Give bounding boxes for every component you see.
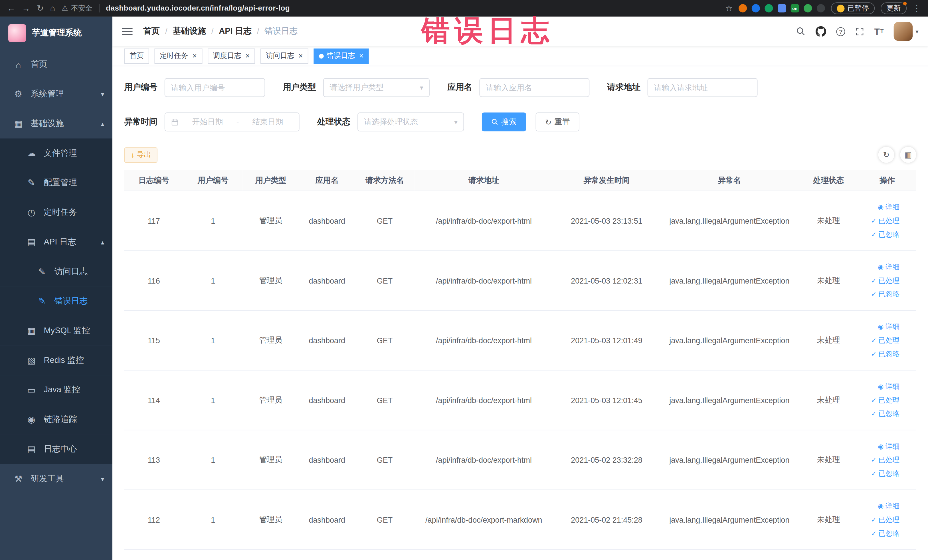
ignored-action[interactable]: ✓已忽略 <box>871 409 899 419</box>
action-label: 已忽略 <box>878 289 900 299</box>
browser-menu-icon[interactable]: ⋮ <box>913 4 921 12</box>
close-icon[interactable]: × <box>359 52 364 60</box>
close-icon[interactable]: × <box>192 52 197 60</box>
tab-label: 错误日志 <box>327 51 355 61</box>
extension-icon[interactable] <box>804 4 812 12</box>
check-icon: ✓ <box>871 410 876 418</box>
extension-icon[interactable] <box>739 4 747 12</box>
paused-button[interactable]: 已暂停 <box>831 2 875 14</box>
processed-action[interactable]: ✓已处理 <box>871 335 899 345</box>
processed-action[interactable]: ✓已处理 <box>871 276 899 285</box>
fullscreen-icon[interactable] <box>855 27 864 36</box>
logo-image <box>8 24 26 42</box>
sidebar-item-job[interactable]: ◷定时任务 <box>0 198 112 227</box>
back-icon[interactable]: ← <box>7 4 15 12</box>
cell-app: dashboard <box>299 455 355 464</box>
tab-label: 定时任务 <box>160 51 188 61</box>
breadcrumb-item[interactable]: 首页 <box>143 26 160 37</box>
app-name-input[interactable] <box>486 83 583 92</box>
processed-action[interactable]: ✓已处理 <box>871 395 899 405</box>
sidebar-item-mysql[interactable]: ▦MySQL 监控 <box>0 316 112 346</box>
processed-action[interactable]: ✓已处理 <box>871 515 899 525</box>
cell-url: /api/infra/db-doc/export-html <box>414 396 553 404</box>
security-chip[interactable]: ⚠ 不安全 <box>62 3 92 13</box>
action-label: 详细 <box>885 322 900 332</box>
sidebar-item-api-log[interactable]: ▤API 日志▴ <box>0 227 112 257</box>
detail-action[interactable]: ◉详细 <box>878 322 899 332</box>
sidebar-item-infra[interactable]: ▦基础设施▴ <box>0 109 112 139</box>
extension-icon[interactable] <box>752 4 760 12</box>
user-id-input[interactable] <box>171 83 259 92</box>
export-button[interactable]: ↓ 导出 <box>124 147 157 163</box>
sidebar-item-home[interactable]: ⌂首页 <box>0 50 112 79</box>
breadcrumb-item[interactable]: API 日志 <box>219 26 252 37</box>
cell-app: dashboard <box>299 276 355 285</box>
table-body: 1171管理员dashboardGET/api/infra/db-doc/exp… <box>124 191 916 550</box>
ignored-action[interactable]: ✓已忽略 <box>871 528 899 538</box>
processed-action[interactable]: ✓已处理 <box>871 455 899 465</box>
tab-job-log[interactable]: 调度日志× <box>208 48 255 64</box>
download-icon: ↓ <box>131 151 134 159</box>
request-url-input[interactable] <box>654 83 751 92</box>
detail-action[interactable]: ◉详细 <box>878 441 899 451</box>
update-button[interactable]: 更新 <box>881 2 907 14</box>
process-status-select[interactable]: 请选择处理状态 ▾ <box>357 112 464 131</box>
forward-icon[interactable]: → <box>22 4 30 12</box>
user-menu[interactable]: ▾ <box>894 22 919 41</box>
tab-access-log[interactable]: 访问日志× <box>261 48 308 64</box>
tab-error-log[interactable]: 错误日志× <box>313 48 369 64</box>
ignored-action[interactable]: ✓已忽略 <box>871 289 899 299</box>
browser-home-icon[interactable]: ⌂ <box>50 4 55 12</box>
help-icon[interactable]: ? <box>836 27 845 36</box>
processed-action[interactable]: ✓已处理 <box>871 216 899 226</box>
extension-icon[interactable] <box>778 4 786 12</box>
sidebar-item-log-center[interactable]: ▤日志中心 <box>0 435 112 464</box>
user-type-select[interactable]: 请选择用户类型 ▾ <box>323 78 430 97</box>
github-icon[interactable] <box>816 26 826 37</box>
sidebar-item-error-log[interactable]: ✎错误日志 <box>0 287 112 316</box>
tab-job[interactable]: 定时任务× <box>154 48 202 64</box>
ignored-action[interactable]: ✓已忽略 <box>871 229 899 240</box>
search-icon[interactable] <box>796 26 806 36</box>
check-icon: ✓ <box>871 336 876 344</box>
font-size-icon[interactable]: TT <box>875 26 884 36</box>
detail-action[interactable]: ◉详细 <box>878 501 899 511</box>
ignored-action[interactable]: ✓已忽略 <box>871 349 899 359</box>
search-button[interactable]: 搜索 <box>482 112 527 131</box>
sidebar-item-access-log[interactable]: ✎访问日志 <box>0 257 112 287</box>
reload-icon[interactable]: ↻ <box>37 4 44 12</box>
sidebar-item-label: 基础设施 <box>31 118 64 129</box>
close-icon[interactable]: × <box>245 52 250 60</box>
sidebar-item-dev-tools[interactable]: ⚒研发工具▾ <box>0 464 112 493</box>
sidebar-item-system[interactable]: ⚙系统管理▾ <box>0 79 112 109</box>
extension-icon[interactable] <box>765 4 773 12</box>
detail-action[interactable]: ◉详细 <box>878 202 899 212</box>
reset-button[interactable]: ↻ 重置 <box>536 112 579 131</box>
exception-time-range[interactable]: 开始日期 - 结束日期 <box>165 112 299 131</box>
extension-icon[interactable] <box>817 4 825 12</box>
cell-actions: ◉详细✓已处理✓已忽略 <box>858 202 916 240</box>
filter-row-2: 异常时间 开始日期 - 结束日期 处理状态 请选 <box>124 112 916 131</box>
bookmark-star-icon[interactable]: ☆ <box>725 4 733 12</box>
chevron-up-icon: ▴ <box>101 238 104 246</box>
sidebar-item-config[interactable]: ✎配置管理 <box>0 168 112 198</box>
sidebar-item-java[interactable]: ▭Java 监控 <box>0 375 112 405</box>
tab-home[interactable]: 首页 <box>124 48 149 64</box>
breadcrumb-item[interactable]: 基础设施 <box>173 26 206 37</box>
ignored-action[interactable]: ✓已忽略 <box>871 468 899 478</box>
refresh-button[interactable]: ↻ <box>878 147 894 163</box>
detail-action[interactable]: ◉详细 <box>878 262 899 272</box>
sidebar-item-label: MySQL 监控 <box>44 325 90 336</box>
close-icon[interactable]: × <box>298 52 303 60</box>
app-logo[interactable]: 芋道管理系统 <box>0 17 112 50</box>
detail-action[interactable]: ◉详细 <box>878 381 899 391</box>
column-settings-button[interactable]: ▥ <box>900 147 916 163</box>
clock-icon: ◷ <box>25 207 38 218</box>
hamburger-icon[interactable] <box>122 28 132 35</box>
sidebar-item-trace[interactable]: ◉链路追踪 <box>0 405 112 435</box>
sidebar-item-file[interactable]: ☁文件管理 <box>0 138 112 168</box>
check-icon: ✓ <box>871 529 876 537</box>
address-url[interactable]: dashboard.yudao.iocoder.cn/infra/log/api… <box>106 4 290 12</box>
extension-icon[interactable]: on <box>791 4 799 12</box>
sidebar-item-redis[interactable]: ▧Redis 监控 <box>0 346 112 375</box>
